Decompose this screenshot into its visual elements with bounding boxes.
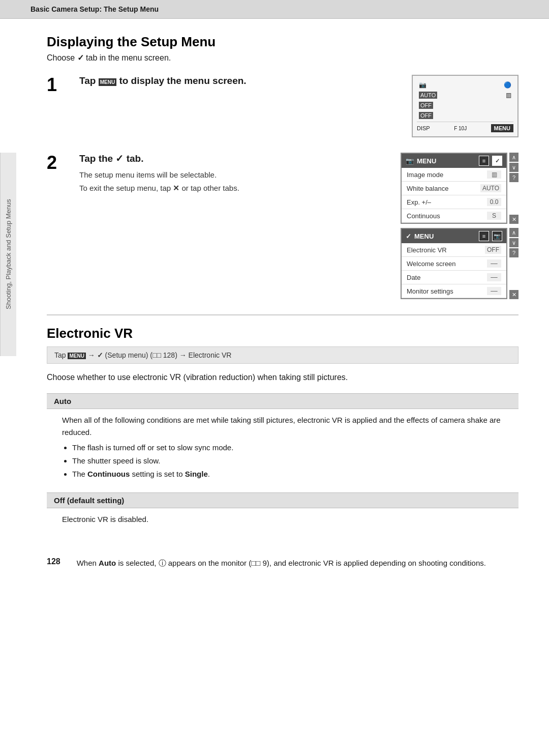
menu-close-btn-1[interactable]: ✕ (509, 215, 518, 224)
menu-row-exp[interactable]: Exp. +/– 0.0 (402, 195, 506, 209)
section-displaying-setup-menu: Displaying the Setup Menu Choose ✓ tab i… (47, 34, 518, 299)
cam-disp-label: DISP (417, 125, 430, 131)
menu-row-evr[interactable]: Electronic VR OFF (402, 243, 506, 257)
menu-inline-icon: MENU (68, 353, 85, 359)
cam-icon-scene: OFF (419, 102, 433, 109)
footer: 128 When Auto is selected, ⓘ appears on … (16, 557, 549, 585)
menu-up-btn-1[interactable]: ∧ (509, 153, 518, 162)
menu-icon-cam-2[interactable]: 📷 (492, 231, 502, 241)
menu-button-inline: MENU (99, 78, 116, 86)
cam-icon-bluetooth: 🔵 (504, 81, 511, 89)
menu-row-date[interactable]: Date –– (402, 271, 506, 284)
section2-intro: Choose whether to use electronic VR (vib… (47, 371, 518, 384)
cam-icon-vr: OFF (419, 112, 433, 119)
step2-sub1: The setup menu items will be selectable. (79, 169, 388, 181)
menu-panel-1: 📷 MENU ≡ ✓ Image mode ▥ White (401, 153, 507, 224)
option-auto: Auto When all of the following condition… (47, 393, 518, 486)
menu-panel-2-header: ✓ MENU ≡ 📷 (402, 229, 506, 243)
menu-row-continuous[interactable]: Continuous S (402, 209, 506, 223)
cam-icon-camera: 📷 (419, 81, 426, 89)
menu-button-cam[interactable]: MENU (491, 124, 513, 132)
top-bar: Basic Camera Setup: The Setup Menu (0, 0, 549, 19)
menu-row-monitor[interactable]: Monitor settings –– (402, 284, 506, 298)
cam-icon-right: ▥ (506, 92, 511, 99)
option-auto-header: Auto (47, 393, 518, 409)
menu-close-btn-2[interactable]: ✕ (509, 290, 518, 299)
page-number: 128 (47, 557, 60, 566)
step2-number: 2 (47, 153, 67, 173)
bullet-2: The shutter speed is slow. (72, 455, 503, 467)
menu-down-btn-1[interactable]: ∨ (509, 163, 518, 172)
option-auto-body: When all of the following conditions are… (47, 409, 518, 486)
step2-text: Tap the ✓ tab. (79, 153, 388, 165)
menu-icon-list: ≡ (479, 156, 489, 166)
menu-panel-camera: 📷 MENU ≡ ✓ Image mode ▥ White (401, 153, 518, 224)
menu-row-welcome[interactable]: Welcome screen –– (402, 257, 506, 271)
menu-panel-1-header: 📷 MENU ≡ ✓ (402, 154, 506, 168)
option-off-header: Off (default setting) (47, 492, 518, 508)
bullet-1-text: The flash is turned off or set to slow s… (72, 443, 233, 452)
side-label: Shooting, Playback and Setup Menus (0, 153, 16, 356)
menu-header-icons-1: ≡ ✓ (479, 156, 502, 166)
menu-question-btn-2[interactable]: ? (509, 248, 518, 257)
cam-icon-header: 📷 (406, 157, 414, 165)
menu-icon-wrench-active[interactable]: ✓ (492, 156, 502, 166)
section-divider (47, 314, 518, 315)
step2-menu-panels: 📷 MENU ≡ ✓ Image mode ▥ White (401, 153, 518, 299)
bullet-2-text: The shutter speed is slow. (72, 456, 160, 465)
setup-icon-header: ✓ (406, 232, 411, 240)
step1-text: Tap MENU to display the menu screen. (79, 75, 400, 88)
footer-text: When Auto is selected, ⓘ appears on the … (77, 557, 486, 569)
cam-row-3: OFF (417, 100, 513, 110)
menu-nav-col-1: ∧ ∨ ? ✕ (509, 153, 518, 224)
menu-header-icons-2: ≡ 📷 (479, 231, 502, 241)
step2-sub2: To exit the setup menu, tap ✕ or tap oth… (79, 183, 388, 194)
menu-question-btn-1[interactable]: ? (509, 173, 518, 182)
menu-down-btn-2[interactable]: ∨ (509, 238, 518, 247)
menu-panel-1-title: MENU (417, 157, 436, 165)
step1-content: Tap MENU to display the menu screen. (79, 75, 400, 92)
section1-subtitle: Choose ✓ tab in the menu screen. (47, 53, 518, 63)
step2-row: 2 Tap the ✓ tab. The setup menu items wi… (47, 153, 518, 299)
top-bar-label: Basic Camera Setup: The Setup Menu (30, 5, 159, 13)
breadcrumb-bar: Tap MENU → ✓ (Setup menu) (□□ 128) → Ele… (47, 346, 518, 364)
option-auto-body-text: When all of the following conditions are… (62, 416, 501, 437)
menu-panel-2-title: MENU (414, 232, 434, 240)
step2-text-col: Tap the ✓ tab. The setup menu items will… (79, 153, 388, 196)
side-label-text: Shooting, Playback and Setup Menus (5, 199, 12, 310)
option-off-body: Electronic VR is disabled. (47, 508, 518, 531)
breadcrumb-text: Tap MENU → ✓ (Setup menu) (□□ 128) → Ele… (54, 351, 231, 359)
section-electronic-vr: Electronic VR Tap MENU → ✓ (Setup menu) … (47, 326, 518, 531)
main-content: Displaying the Setup Menu Choose ✓ tab i… (16, 19, 549, 557)
menu-panel-2: ✓ MENU ≡ 📷 Electronic VR OFF (401, 228, 507, 299)
menu-up-btn-2[interactable]: ∧ (509, 228, 518, 237)
option-auto-bullets: The flash is turned off or set to slow s… (72, 442, 503, 480)
bullet-3: The Continuous setting is set to Single. (72, 468, 503, 480)
step1-row: 1 Tap MENU to display the menu screen. 📷… (47, 75, 518, 137)
cam-row-1: 📷 🔵 (417, 80, 513, 90)
menu-panel-setup: ✓ MENU ≡ 📷 Electronic VR OFF (401, 228, 518, 299)
cam-bottom: DISP F 10J MENU (417, 122, 513, 132)
cam-row-2: AUTO ▥ (417, 90, 513, 100)
menu-row-image-mode[interactable]: Image mode ▥ (402, 168, 506, 182)
menu-icon-list-2: ≡ (479, 231, 489, 241)
menu-row-white-balance[interactable]: White balance AUTO (402, 182, 506, 195)
step1-camera-screen: 📷 🔵 AUTO ▥ OFF OFF DISP F (412, 75, 518, 137)
camera-screen-mockup: 📷 🔵 AUTO ▥ OFF OFF DISP F (412, 75, 518, 137)
section1-title: Displaying the Setup Menu (47, 34, 518, 50)
step1-number: 1 (47, 75, 67, 95)
menu-nav-col-2: ∧ ∨ ? ✕ (509, 228, 518, 299)
cam-frame-count: F 10J (454, 126, 467, 131)
option-off: Off (default setting) Electronic VR is d… (47, 492, 518, 531)
bullet-1: The flash is turned off or set to slow s… (72, 442, 503, 454)
option-off-body-text: Electronic VR is disabled. (62, 515, 148, 524)
cam-row-4: OFF (417, 110, 513, 121)
section2-title: Electronic VR (47, 326, 518, 341)
cam-icon-auto: AUTO (419, 92, 437, 99)
